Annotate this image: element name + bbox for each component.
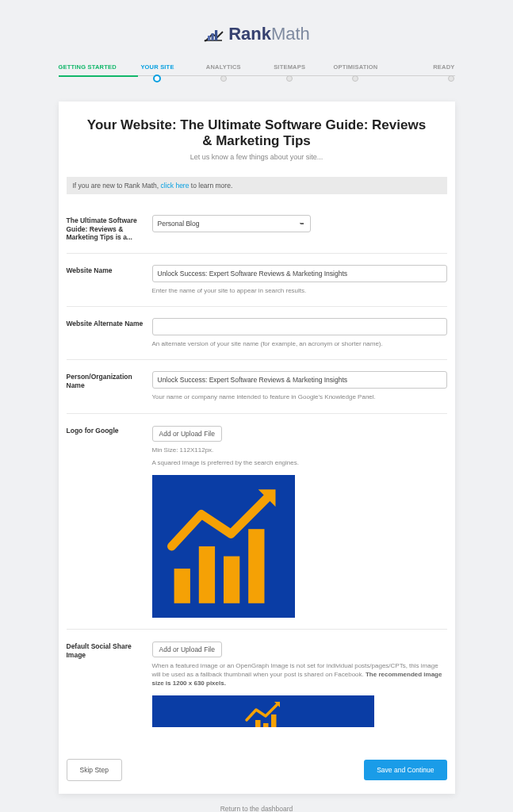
step-sitemaps[interactable]: SITEMAPS bbox=[256, 63, 322, 82]
row-logo: Logo for Google Add or Upload File Min S… bbox=[67, 414, 447, 630]
logo-upload-button[interactable]: Add or Upload File bbox=[152, 426, 222, 442]
rank-math-icon bbox=[203, 25, 224, 44]
brand-logo: RankMath bbox=[0, 0, 513, 63]
svg-rect-6 bbox=[248, 529, 264, 603]
svg-rect-0 bbox=[208, 36, 210, 40]
help-site-name: Enter the name of your site to appear in… bbox=[152, 286, 447, 295]
help-person-org: Your name or company name intended to fe… bbox=[152, 393, 447, 401]
row-social-image: Default Social Share Image Add or Upload… bbox=[67, 630, 447, 739]
page-subtitle: Let us know a few things about your site… bbox=[82, 153, 431, 161]
svg-rect-4 bbox=[198, 546, 214, 603]
brand-text-math: Math bbox=[271, 24, 310, 44]
svg-rect-8 bbox=[255, 720, 261, 727]
social-preview-image[interactable] bbox=[152, 695, 374, 727]
card-footer: Skip Step Save and Continue bbox=[59, 746, 455, 794]
step-optimisation[interactable]: OPTIMISATION bbox=[323, 63, 389, 82]
help-logo-size: Min Size: 112X112px. bbox=[152, 446, 447, 454]
help-social: When a featured image or an OpenGraph Im… bbox=[152, 661, 447, 688]
label-alt-name: Website Alternate Name bbox=[67, 318, 144, 348]
alt-name-input[interactable] bbox=[152, 318, 447, 335]
person-org-input[interactable] bbox=[152, 371, 447, 389]
step-analytics[interactable]: ANALYTICS bbox=[190, 63, 256, 82]
label-person-org: Person/Organization Name bbox=[67, 371, 144, 401]
row-alt-name: Website Alternate Name An alternate vers… bbox=[67, 307, 447, 360]
notice-link[interactable]: click here bbox=[161, 182, 190, 190]
row-site-type: The Ultimate Software Guide: Reviews & M… bbox=[67, 204, 447, 254]
label-social-image: Default Social Share Image bbox=[67, 641, 144, 728]
help-alt-name: An alternate version of your site name (… bbox=[152, 339, 447, 348]
step-your-site[interactable]: YOUR SITE bbox=[124, 63, 190, 82]
label-logo: Logo for Google bbox=[67, 425, 144, 618]
svg-rect-10 bbox=[271, 714, 277, 727]
site-type-select[interactable]: Personal Blog bbox=[152, 215, 311, 232]
chart-growth-icon bbox=[162, 485, 285, 608]
svg-rect-3 bbox=[174, 569, 190, 603]
row-person-org: Person/Organization Name Your name or co… bbox=[67, 360, 447, 413]
site-name-input[interactable] bbox=[152, 265, 447, 282]
row-site-name: Website Name Enter the name of your site… bbox=[67, 254, 447, 307]
save-continue-button[interactable]: Save and Continue bbox=[364, 760, 446, 780]
social-upload-button[interactable]: Add or Upload File bbox=[152, 642, 222, 657]
label-site-type: The Ultimate Software Guide: Reviews & M… bbox=[67, 215, 144, 242]
svg-rect-5 bbox=[224, 556, 239, 603]
chart-growth-icon-small bbox=[243, 700, 283, 727]
page-title: Your Website: The Ultimate Software Guid… bbox=[82, 117, 431, 148]
logo-preview-image[interactable] bbox=[152, 475, 295, 618]
settings-card: Your Website: The Ultimate Software Guid… bbox=[59, 102, 455, 794]
skip-step-button[interactable]: Skip Step bbox=[67, 759, 122, 781]
return-dashboard-link[interactable]: Return to the dashboard bbox=[59, 805, 455, 812]
help-logo-square: A squared image is preferred by the sear… bbox=[152, 458, 447, 467]
brand-text-rank: Rank bbox=[228, 24, 271, 44]
label-site-name: Website Name bbox=[67, 265, 144, 295]
step-getting-started[interactable]: GETTING STARTED bbox=[59, 63, 124, 82]
step-ready[interactable]: READY bbox=[389, 63, 454, 82]
info-notice: If you are new to Rank Math, click here … bbox=[67, 177, 447, 194]
svg-rect-9 bbox=[263, 723, 269, 727]
svg-rect-1 bbox=[212, 33, 214, 40]
svg-rect-2 bbox=[215, 30, 217, 40]
setup-stepper: GETTING STARTED YOUR SITE ANALYTICS SITE… bbox=[59, 63, 455, 82]
